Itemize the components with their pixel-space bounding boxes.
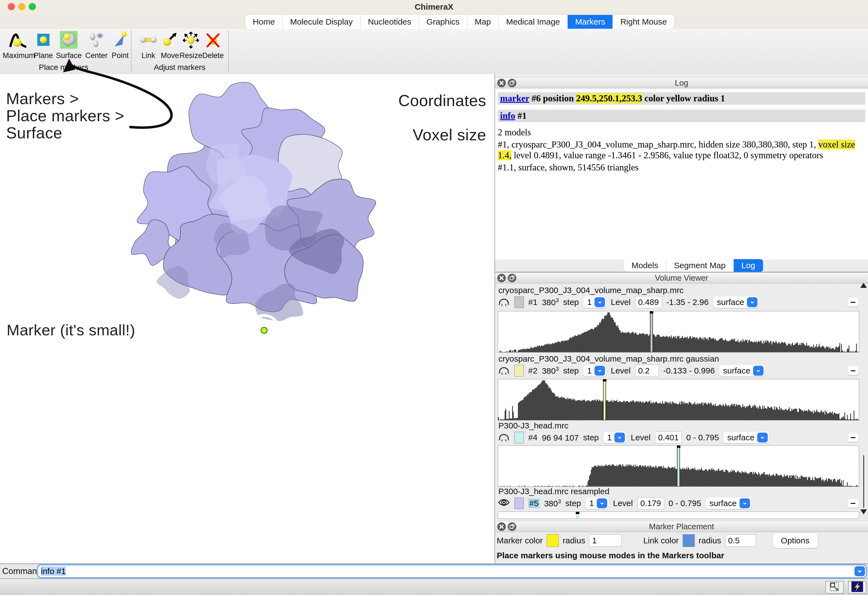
color-swatch[interactable] [514,297,524,308]
marker-color-swatch[interactable] [547,534,559,547]
command-input[interactable]: info #1 [38,565,866,577]
graphics-viewport[interactable] [0,74,495,564]
style-dropdown[interactable]: surface [719,365,765,376]
marker-placement-controls: Marker color radius 1 Link color radius … [497,533,864,548]
eye-closed-icon[interactable] [498,297,510,308]
step-dropdown[interactable]: 1 [583,297,607,308]
link-radius-input[interactable]: 0.5 [725,534,756,547]
surface-icon [60,31,78,49]
volume-size: 3803 [542,366,559,376]
toolbar-separator [131,30,131,72]
density-histogram[interactable] [498,311,859,353]
undock-panel-button[interactable] [508,522,516,531]
menu-path-annotation: Markers > Place markers > Surface [6,90,124,142]
step-dropdown[interactable]: 1 [585,498,608,509]
scroll-down-arrow[interactable] [860,509,867,514]
link-color-label: Link color [643,536,679,545]
eye-closed-icon[interactable] [498,365,510,376]
close-panel-button[interactable] [497,79,506,87]
volume-name: P300-J3_head.mrc [498,421,568,430]
maximum-icon [9,31,27,49]
volume-name: P300-J3_head.mrc resampled [498,487,610,496]
tab-nucleotides[interactable]: Nucleotides [360,15,419,29]
marker-radius-input[interactable]: 1 [589,534,621,547]
density-histogram[interactable] [498,379,859,421]
level-input[interactable]: 0.2 [635,365,659,377]
volume-name: cryosparc_P300_J3_004_volume_map_sharp.m… [498,354,719,363]
density-histogram-partial[interactable] [498,512,859,519]
step-label: step [563,297,579,307]
lightning-icon [851,581,864,594]
collapse-row-button[interactable]: – [847,499,859,508]
collapse-row-button[interactable]: – [847,366,859,375]
tab-home[interactable]: Home [245,15,283,29]
fast-mode-button[interactable] [848,581,867,594]
tab-graphics[interactable]: Graphics [419,15,467,29]
volume-viewer-header: Volume Viewer [495,272,868,283]
style-dropdown[interactable]: surface [723,432,769,443]
color-swatch[interactable] [514,498,524,509]
options-button[interactable]: Options [773,533,818,548]
highlighted-coordinates: 249.5,250.1,253.3 [576,93,642,103]
delete-icon [204,31,222,49]
tab-markers[interactable]: Markers [568,15,613,29]
toolbar-separator [228,30,229,72]
eye-closed-icon[interactable] [498,432,510,443]
status-bar [0,579,868,595]
marker-placement-header: Marker Placement [495,521,868,532]
log-output-models: 2 models [498,127,865,138]
level-input[interactable]: 0.401 [655,431,682,444]
collapse-row-button[interactable]: – [847,298,859,307]
level-label: Level [613,499,633,508]
level-input[interactable]: 0.179 [637,497,664,509]
tab-molecule-display[interactable]: Molecule Display [283,15,360,29]
snapshot-button[interactable] [825,581,844,594]
marker-command-link[interactable]: marker [500,93,529,103]
volume-controls-row: #5 3803 step 1 Level 0.179 0 - 0.795 sur… [498,497,862,510]
chevron-down-icon [747,297,757,307]
coordinates-annotation: Coordinates [249,91,486,110]
command-text-selected: info #1 [41,567,66,576]
model-id: #1 [528,297,537,307]
step-dropdown[interactable]: 1 [583,365,607,376]
step-label: step [565,499,581,508]
marker-placement-hint: Place markers using mouse modes in the M… [497,551,724,560]
close-panel-button[interactable] [497,274,506,282]
delete-marker-button[interactable]: Delete [198,31,228,60]
marker-color-label: Marker color [497,536,543,545]
command-history-dropdown[interactable] [855,566,865,576]
style-dropdown[interactable]: surface [713,297,759,308]
window-titlebar: ChimeraX [0,0,868,14]
undock-panel-button[interactable] [508,274,516,282]
eye-open-icon[interactable] [498,498,510,509]
surface-marker-button[interactable]: Surface [53,31,84,60]
tab-segment-map[interactable]: Segment Map [666,259,734,272]
ribbon-tabs: Home Molecule Display Nucleotides Graphi… [245,15,675,29]
tab-right-mouse[interactable]: Right Mouse [613,15,674,29]
tab-log[interactable]: Log [734,259,763,272]
density-histogram[interactable] [498,445,859,487]
link-color-swatch[interactable] [683,534,695,547]
color-swatch[interactable] [514,365,524,376]
tab-models[interactable]: Models [624,259,666,272]
close-panel-button[interactable] [497,522,506,531]
window-title: ChimeraX [0,0,868,14]
scroll-up-arrow[interactable] [860,283,867,288]
scrollbar-thumb[interactable] [863,455,864,508]
tab-map[interactable]: Map [467,15,499,29]
step-dropdown[interactable]: 1 [603,432,627,443]
style-dropdown[interactable]: surface [706,498,751,509]
voxel-size-annotation: Voxel size [249,125,486,144]
volume-controls-row: #2 3803 step 1 Level 0.2 -0.133 - 0.996 … [498,364,862,377]
log-content[interactable]: marker #6 position 249.5,250.1,253.3 col… [495,89,868,260]
level-input[interactable]: 0.489 [635,296,662,308]
volume-size: 96 94 107 [542,433,579,443]
info-command-link[interactable]: info [500,111,515,121]
command-bar: Command: info #1 [0,564,868,579]
tab-medical-image[interactable]: Medical Image [499,15,568,29]
undock-panel-button[interactable] [508,79,516,87]
center-icon [87,31,105,49]
collapse-row-button[interactable]: – [847,433,859,442]
color-swatch[interactable] [514,432,524,443]
cryoem-surface-rendering[interactable] [127,72,398,331]
